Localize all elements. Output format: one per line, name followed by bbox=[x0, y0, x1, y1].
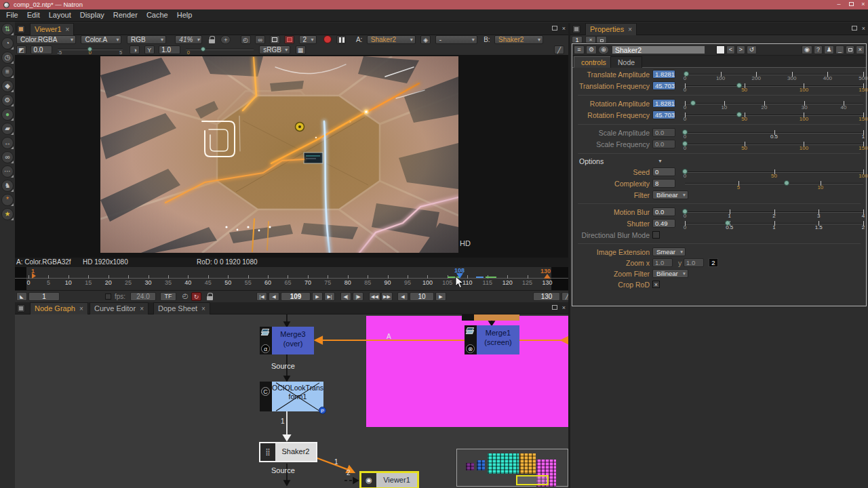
out-point-marker[interactable] bbox=[544, 274, 551, 279]
slider-handle[interactable] bbox=[684, 71, 689, 77]
colorspace-select[interactable]: sRGB bbox=[259, 45, 290, 54]
slider-handle[interactable] bbox=[690, 100, 696, 106]
filter-icon[interactable]: ⚙ bbox=[1, 94, 14, 106]
gain-field[interactable]: 0.0 bbox=[31, 45, 52, 54]
set-in-point-icon[interactable]: ◣ bbox=[16, 292, 27, 301]
transform-icon[interactable]: ↔ bbox=[1, 137, 14, 149]
draw-icon[interactable]: ◔ bbox=[1, 37, 14, 49]
slider-handle[interactable] bbox=[87, 47, 92, 52]
undo-icon[interactable]: < bbox=[726, 45, 735, 54]
gamma-icon[interactable]: Y bbox=[144, 45, 155, 54]
zoom-select[interactable]: 41% bbox=[175, 35, 202, 44]
maximize-window-button[interactable] bbox=[845, 0, 857, 9]
gamma-slider[interactable]: 0 bbox=[186, 45, 254, 55]
fps-checkbox[interactable] bbox=[105, 293, 111, 300]
clip-to-project-icon[interactable]: ◴ bbox=[241, 35, 251, 44]
node-shaker2[interactable]: ⣿ Shaker2 bbox=[259, 442, 317, 462]
node-name-field[interactable]: Shaker2 bbox=[612, 45, 705, 54]
color-icon[interactable]: ◆ bbox=[1, 80, 14, 92]
menu-edit[interactable]: Edit bbox=[27, 9, 40, 21]
nodegraph-navigator[interactable] bbox=[456, 449, 568, 487]
close-all-panels-button[interactable]: × bbox=[585, 36, 596, 43]
close-pane-icon[interactable]: × bbox=[562, 26, 566, 33]
channel-icon[interactable]: ≡ bbox=[1, 66, 14, 78]
time-icon[interactable]: ◷ bbox=[1, 52, 14, 64]
menu-render[interactable]: Render bbox=[113, 9, 138, 21]
param-value-field[interactable]: 1.8281 bbox=[652, 99, 675, 108]
param-value-field[interactable]: 0.0 bbox=[652, 207, 675, 216]
slider-handle[interactable] bbox=[682, 141, 688, 146]
keyer-icon[interactable]: ● bbox=[1, 108, 14, 121]
close-pane-icon[interactable]: × bbox=[862, 26, 865, 33]
zoom-y-field[interactable]: 1.0 bbox=[684, 258, 704, 267]
menu-display[interactable]: Display bbox=[80, 9, 104, 21]
clock-icon[interactable]: ◴ bbox=[180, 292, 190, 301]
gamma-field[interactable]: 1.0 bbox=[159, 45, 180, 54]
menu-file[interactable]: File bbox=[6, 9, 18, 21]
prev-keyframe-button[interactable]: ◀| bbox=[340, 292, 351, 301]
autocontrast-icon[interactable]: ◩ bbox=[16, 45, 26, 54]
render-button[interactable] bbox=[323, 35, 332, 43]
partial-node[interactable] bbox=[462, 314, 519, 321]
param-combo-zoom-filter[interactable]: Bilinear bbox=[652, 269, 688, 278]
sync-lock-icon[interactable] bbox=[208, 35, 216, 44]
node-color-swatch[interactable] bbox=[716, 45, 725, 54]
favorites-icon[interactable]: ★ bbox=[1, 208, 14, 220]
param-slider[interactable]: 010203040 bbox=[685, 99, 863, 109]
jump-back-button[interactable]: ◀ bbox=[397, 292, 408, 301]
proxy-level-select[interactable]: 2 bbox=[299, 35, 317, 44]
slider-handle[interactable] bbox=[201, 47, 205, 52]
minimize-all-panels-button[interactable] bbox=[596, 36, 607, 43]
node-merge1[interactable]: ⊗ Merge1(screen) bbox=[465, 325, 519, 354]
roi-icon[interactable] bbox=[284, 35, 294, 44]
frame-increment-field[interactable]: 10 bbox=[410, 292, 434, 301]
close-icon[interactable]: × bbox=[628, 26, 632, 33]
first-frame-field[interactable]: 1 bbox=[28, 292, 60, 301]
zoom-x-field[interactable]: 1.0 bbox=[652, 258, 673, 267]
tab-curve-editor[interactable]: Curve Editor× bbox=[90, 302, 149, 314]
proxy-mode-icon[interactable]: ∞ bbox=[255, 35, 265, 44]
jump-forward-button[interactable]: ▶ bbox=[435, 292, 446, 301]
param-slider[interactable]: 050100 bbox=[685, 167, 863, 178]
tab-controls[interactable]: controls bbox=[574, 56, 614, 68]
close-window-button[interactable]: × bbox=[857, 0, 868, 9]
contrast-icon[interactable]: ◑ bbox=[130, 45, 140, 54]
gmic-icon[interactable]: ♞ bbox=[1, 180, 14, 192]
image-io-icon[interactable]: ⇅ bbox=[1, 23, 14, 35]
close-pane-icon[interactable]: × bbox=[562, 305, 566, 312]
loop-mode-icon[interactable]: ↻ bbox=[191, 292, 201, 301]
node-ocio-look-transform[interactable]: C OCIOLookTransform1 P bbox=[260, 382, 317, 411]
param-slider[interactable]: 510 bbox=[685, 179, 863, 189]
navigator-viewport[interactable] bbox=[516, 475, 549, 485]
close-icon[interactable]: × bbox=[79, 305, 83, 312]
settings-icon[interactable]: ⚙ bbox=[586, 45, 597, 54]
a-input-select[interactable]: Shaker2 bbox=[367, 35, 416, 44]
goto-end-button[interactable]: ▶| bbox=[324, 292, 335, 301]
layer-select[interactable]: Color.RGBA bbox=[16, 35, 76, 44]
param-slider[interactable]: 050100150 bbox=[685, 140, 863, 150]
menu-help[interactable]: Help bbox=[177, 9, 193, 21]
pin-icon[interactable]: ╱ bbox=[554, 45, 564, 54]
minimize-panel-icon[interactable]: _ bbox=[835, 45, 844, 54]
param-slider[interactable]: 050100150 bbox=[685, 110, 863, 121]
collapse-icon[interactable]: ▼ bbox=[658, 157, 663, 166]
time-format-select[interactable]: TF ▾ bbox=[160, 292, 176, 301]
param-value-field[interactable]: 8 bbox=[652, 179, 675, 188]
param-slider[interactable]: 00.51 bbox=[685, 128, 863, 138]
slider-handle[interactable] bbox=[682, 129, 688, 135]
display-channels-select[interactable]: RGB bbox=[127, 35, 166, 44]
pane-menu-icon[interactable] bbox=[17, 304, 25, 312]
param-slider[interactable]: 050100150 bbox=[685, 81, 863, 92]
float-pane-icon[interactable] bbox=[552, 26, 557, 33]
timeline[interactable]: 0510152025303540455055606570758085909510… bbox=[15, 267, 568, 290]
in-point-marker[interactable] bbox=[32, 273, 36, 279]
other-icon[interactable]: ⋯ bbox=[1, 165, 14, 178]
float-pane-icon[interactable] bbox=[552, 305, 557, 312]
wipe-icon[interactable]: ◈ bbox=[420, 35, 431, 44]
center-icon[interactable]: ⊕ bbox=[598, 45, 609, 54]
play-backward-button[interactable]: ◀◀ bbox=[369, 292, 380, 301]
zoom-sync-button[interactable]: 2 bbox=[709, 258, 718, 267]
tab-node-graph[interactable]: Node Graph× bbox=[30, 302, 88, 314]
param-checkbox-crop-rod[interactable]: × bbox=[652, 281, 660, 288]
checkerboard-icon[interactable]: ▦ bbox=[296, 45, 306, 54]
